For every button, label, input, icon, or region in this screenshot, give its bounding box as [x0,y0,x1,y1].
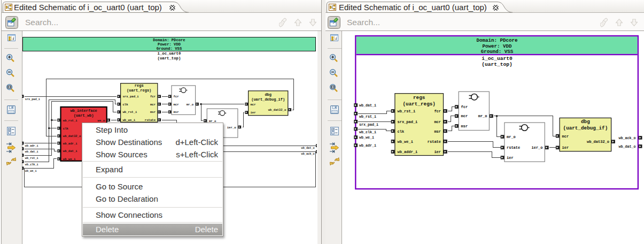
svg-text:wb_rst_i: wb_rst_i [25,157,38,160]
svg-text:msr: msr [174,110,179,114]
svg-text:(uart_debug_if): (uart_debug_if) [251,97,285,102]
svg-text:mcr: mcr [150,103,156,106]
svg-text:rstate: rstate [507,146,520,150]
svg-text:dbg: dbg [265,93,271,97]
svg-text:ier: ier [251,111,256,115]
svg-text:wb_interface: wb_interface [70,109,97,113]
svg-text:wb_dat_o: wb_dat_o [301,147,315,150]
svg-text:mcr: mcr [174,103,179,106]
svg-text:wb_dat_i: wb_dat_i [25,150,38,154]
svg-text:i_oc_uart0: i_oc_uart0 [482,56,513,62]
svg-text:mcr: mcr [562,134,569,139]
svg-text:fcr: fcr [434,109,441,113]
svg-text:mr_o: mr_o [187,103,194,106]
svg-text:ier_o: ier_o [531,146,542,150]
svg-text:wb_clk_i: wb_clk_i [25,163,38,166]
svg-text:wb_we_i: wb_we_i [123,118,136,122]
svg-text:msr: msr [461,124,468,128]
svg-text:wb_dat32_o: wb_dat32_o [63,134,81,138]
svg-text:wb_we_i: wb_we_i [398,140,413,144]
svg-text:clk: clk [63,127,69,131]
svg-text:dbg: dbg [581,119,590,125]
svg-text:ier: ier [562,146,569,150]
svg-text:Ground: VSS: Ground: VSS [157,47,182,51]
svg-text:(uart_regs): (uart_regs) [127,88,151,93]
svg-text:mcr: mcr [461,114,468,118]
svg-text:srx_pad_i: srx_pad_i [25,98,40,101]
svg-text:i_oc_uart0: i_oc_uart0 [158,51,181,56]
svg-text:(uart_debug_if): (uart_debug_if) [563,125,608,131]
svg-text:wb_we_i: wb_we_i [25,170,37,173]
svg-text:wb_dat_i: wb_dat_i [63,149,77,153]
svg-text:we_o: we_o [98,119,105,123]
svg-text:ier_o: ier_o [227,126,236,129]
svg-text:clk: clk [123,103,129,106]
svg-text:rstate: rstate [428,140,441,144]
svg-text:msr: msr [434,129,441,134]
svg-text:srx_pad_i: srx_pad_i [123,95,139,98]
svg-text:ier: ier [507,156,514,160]
svg-text:fcr: fcr [150,95,156,98]
svg-text:wb_we_i: wb_we_i [359,135,374,140]
svg-text:wb_adr_i: wb_adr_i [25,144,38,148]
svg-text:wb_dat32_o: wb_dat32_o [268,108,286,112]
svg-text:clk: clk [398,129,405,134]
svg-text:wb_adr_i: wb_adr_i [63,142,77,146]
svg-text:regs: regs [413,95,425,101]
svg-text:Ground: VSS: Ground: VSS [481,49,514,55]
svg-text:srx_pad_i: srx_pad_i [398,120,418,124]
svg-text:wb_ack_o: wb_ack_o [618,136,635,140]
svg-text:wb_we_i: wb_we_i [63,157,76,161]
svg-text:(uart_top): (uart_top) [482,62,513,67]
svg-text:wb_ack_o: wb_ack_o [301,152,315,156]
svg-text:wb_dat_o: wb_dat_o [618,144,635,149]
svg-text:mr_o: mr_o [478,114,487,118]
svg-text:wb_addr_i: wb_addr_i [398,150,418,154]
svg-text:regs: regs [135,83,144,88]
svg-text:mcr: mcr [434,120,441,124]
svg-text:wb_rst_i: wb_rst_i [123,110,137,114]
svg-text:wb_adr_i: wb_adr_i [359,143,376,148]
svg-text:fcr: fcr [174,95,179,98]
svg-text:rstate: rstate [145,118,156,122]
svg-text:ier: ier [434,150,441,154]
svg-text:fcr: fcr [461,105,468,109]
svg-text:(uart_wb): (uart_wb) [74,113,94,118]
svg-text:wb_rst_i: wb_rst_i [398,109,416,113]
svg-text:mr_o: mr_o [507,135,516,139]
svg-text:Domain: PDcore: Domain: PDcore [476,37,518,43]
svg-text:wb_rst_i: wb_rst_i [63,119,77,123]
svg-text:wb_rst_i: wb_rst_i [359,115,376,119]
svg-text:(uart_top): (uart_top) [158,56,181,60]
svg-text:(uart_regs): (uart_regs) [403,101,436,107]
svg-text:wb_dat32_o: wb_dat32_o [587,140,609,144]
svg-text:Domain: PDcore: Domain: PDcore [153,38,185,42]
svg-text:Power: VDD: Power: VDD [158,42,181,47]
svg-text:wb_dat_i: wb_dat_i [359,103,376,108]
svg-text:msr: msr [150,110,156,114]
svg-text:srx_pad_i: srx_pad_i [359,123,378,127]
svg-text:wb_clk_i: wb_clk_i [359,130,376,134]
svg-text:mcr: mcr [251,103,256,106]
